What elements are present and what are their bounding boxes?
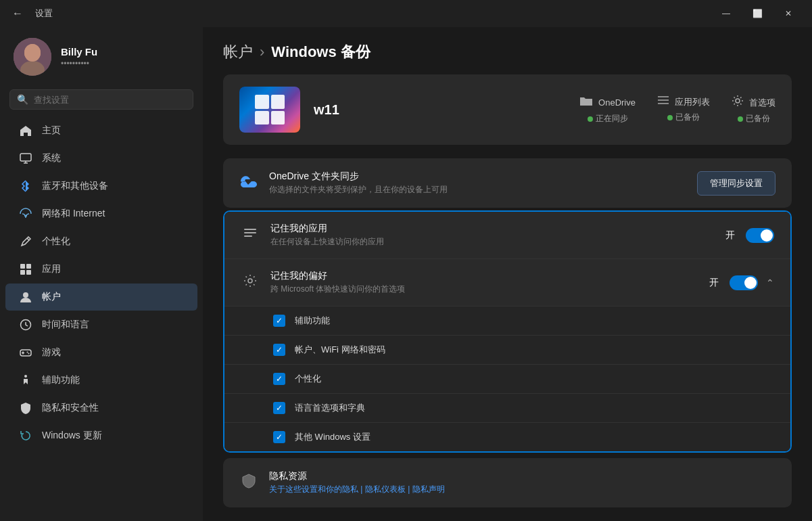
sidebar-item-gaming[interactable]: 游戏 bbox=[5, 339, 197, 366]
sidebar-item-accounts[interactable]: 帐户 bbox=[5, 284, 197, 311]
device-thumbnail bbox=[239, 87, 300, 133]
privacy-statement-link[interactable]: 隐私声明 bbox=[412, 484, 445, 494]
prefs-sub-item-other[interactable]: ✓ 其他 Windows 设置 bbox=[224, 422, 790, 451]
sidebar-item-system[interactable]: 系统 bbox=[5, 145, 197, 172]
checkbox-other[interactable]: ✓ bbox=[273, 431, 285, 443]
remember-apps-controls: 开 bbox=[725, 228, 774, 243]
sidebar-item-accessibility[interactable]: 辅助功能 bbox=[5, 367, 197, 394]
svg-rect-23 bbox=[244, 232, 256, 233]
privacy-dashboard-link[interactable]: 隐私仪表板 bbox=[365, 484, 406, 494]
device-card: w11 OneDrive 正在同步 应用列表 已备份 首选项 已备份 bbox=[223, 74, 792, 145]
sub-item-label-personalization: 个性化 bbox=[295, 373, 321, 385]
remember-prefs-text: 记住我的偏好 跨 Microsoft 体验快速访问你的首选项 bbox=[270, 270, 698, 295]
apps-icon bbox=[19, 263, 32, 276]
manage-sync-button[interactable]: 管理同步设置 bbox=[697, 171, 775, 196]
device-status-item-0: OneDrive 正在同步 bbox=[579, 95, 636, 124]
onedrive-text: OneDrive 文件夹同步 你选择的文件夹将受到保护，且在你的设备上可用 bbox=[269, 171, 686, 196]
user-info: Billy Fu •••••••••• bbox=[61, 46, 189, 68]
checkbox-personalization[interactable]: ✓ bbox=[273, 373, 285, 385]
remember-prefs-toggle[interactable] bbox=[730, 275, 758, 290]
avatar bbox=[14, 38, 51, 76]
remember-apps-icon bbox=[241, 227, 260, 244]
remember-apps-toggle-label: 开 bbox=[725, 229, 735, 242]
remember-prefs-row: 记住我的偏好 跨 Microsoft 体验快速访问你的首选项 开 ⌃ bbox=[224, 258, 790, 306]
update-icon bbox=[19, 429, 32, 443]
sidebar-item-label-apps: 应用 bbox=[42, 263, 61, 275]
svg-point-17 bbox=[24, 375, 27, 378]
device-status-dot-2 bbox=[738, 116, 743, 122]
gaming-icon bbox=[19, 346, 32, 359]
onedrive-section: OneDrive 文件夹同步 你选择的文件夹将受到保护，且在你的设备上可用 管理… bbox=[223, 158, 792, 208]
device-status-icon-1 bbox=[657, 95, 669, 109]
search-box[interactable]: 🔍 bbox=[9, 89, 193, 110]
remember-apps-toggle[interactable] bbox=[746, 228, 774, 243]
svg-point-3 bbox=[24, 44, 41, 62]
sidebar-item-update[interactable]: Windows 更新 bbox=[5, 422, 197, 449]
sub-item-label-account: 帐户、WiFi 网络和密码 bbox=[295, 344, 385, 356]
onedrive-icon bbox=[239, 175, 258, 191]
accessibility-icon bbox=[19, 373, 32, 387]
sidebar-item-label-accessibility: 辅助功能 bbox=[42, 374, 80, 386]
device-status-label-2: 首选项 bbox=[749, 97, 775, 109]
device-status-text-0: 正在同步 bbox=[596, 113, 628, 124]
remember-apps-desc: 在任何设备上快速访问你的应用 bbox=[270, 236, 715, 248]
sidebar-item-network[interactable]: 网络和 Internet bbox=[5, 200, 197, 227]
svg-point-15 bbox=[27, 352, 28, 353]
sidebar-item-home[interactable]: 主页 bbox=[5, 117, 197, 144]
sidebar-item-personalization[interactable]: 个性化 bbox=[5, 228, 197, 255]
svg-line-5 bbox=[27, 238, 29, 240]
svg-point-21 bbox=[736, 99, 740, 103]
privacy-text: 隐私资源 关于这些设置和你的隐私 | 隐私仪表板 | 隐私声明 bbox=[269, 470, 775, 495]
svg-point-16 bbox=[28, 353, 30, 355]
prefs-sub-item-accessibility[interactable]: ✓ 辅助功能 bbox=[224, 306, 790, 335]
device-status-text-2: 已备份 bbox=[746, 113, 770, 124]
minimize-button[interactable]: — bbox=[711, 0, 742, 27]
privacy-card: 隐私资源 关于这些设置和你的隐私 | 隐私仪表板 | 隐私声明 bbox=[223, 458, 792, 507]
back-button[interactable]: ← bbox=[8, 4, 27, 23]
device-name: w11 bbox=[314, 102, 339, 118]
sidebar-item-label-home: 主页 bbox=[42, 124, 61, 137]
sidebar-item-time[interactable]: 时间和语言 bbox=[5, 311, 197, 338]
sub-item-label-accessibility: 辅助功能 bbox=[295, 315, 330, 327]
prefs-sub-item-language[interactable]: ✓ 语言首选项和字典 bbox=[224, 393, 790, 422]
title-bar: ← 设置 — ⬜ ✕ bbox=[0, 0, 812, 27]
remember-prefs-desc: 跨 Microsoft 体验快速访问你的首选项 bbox=[270, 284, 698, 295]
svg-rect-9 bbox=[26, 270, 31, 275]
onedrive-title: OneDrive 文件夹同步 bbox=[269, 171, 686, 183]
sidebar-item-privacy[interactable]: 隐私和安全性 bbox=[5, 394, 197, 422]
checkbox-accessibility[interactable]: ✓ bbox=[273, 315, 285, 327]
search-input[interactable] bbox=[34, 95, 186, 105]
sidebar-item-label-privacy: 隐私和安全性 bbox=[42, 402, 99, 414]
sidebar-item-label-update: Windows 更新 bbox=[42, 430, 102, 442]
svg-point-10 bbox=[23, 292, 28, 298]
device-status-dot-0 bbox=[588, 116, 593, 122]
remember-apps-text: 记住我的应用 在任何设备上快速访问你的应用 bbox=[270, 223, 715, 248]
close-button[interactable]: ✕ bbox=[773, 0, 804, 27]
checkbox-language[interactable]: ✓ bbox=[273, 402, 285, 414]
prefs-sub-item-account[interactable]: ✓ 帐户、WiFi 网络和密码 bbox=[224, 335, 790, 364]
user-name: Billy Fu bbox=[61, 46, 189, 58]
device-status-label-1: 应用列表 bbox=[675, 96, 710, 108]
device-status-label-0: OneDrive bbox=[598, 97, 636, 108]
remember-apps-title: 记住我的应用 bbox=[270, 223, 715, 235]
device-status-status-0: 正在同步 bbox=[588, 113, 628, 124]
device-status-item-2: 首选项 已备份 bbox=[732, 95, 775, 124]
remember-prefs-icon bbox=[241, 274, 260, 291]
checkbox-account[interactable]: ✓ bbox=[273, 344, 285, 356]
svg-rect-24 bbox=[244, 235, 252, 237]
user-account-redacted: •••••••••• bbox=[61, 59, 189, 68]
svg-rect-4 bbox=[20, 154, 31, 161]
prefs-chevron-icon[interactable]: ⌃ bbox=[766, 277, 774, 288]
user-profile[interactable]: Billy Fu •••••••••• bbox=[0, 27, 203, 89]
device-status-dot-1 bbox=[667, 115, 673, 120]
svg-rect-22 bbox=[244, 229, 256, 230]
sidebar-item-bluetooth[interactable]: 蓝牙和其他设备 bbox=[5, 173, 197, 200]
sidebar-item-apps[interactable]: 应用 bbox=[5, 256, 197, 283]
sidebar-item-label-gaming: 游戏 bbox=[42, 346, 61, 359]
device-status-icon-0 bbox=[579, 95, 593, 110]
privacy-icon bbox=[239, 474, 258, 492]
sub-item-label-other: 其他 Windows 设置 bbox=[295, 431, 371, 443]
content-area: 帐户 › Windows 备份 w11 OneDrive 正在同步 bbox=[203, 27, 812, 521]
prefs-sub-item-personalization[interactable]: ✓ 个性化 bbox=[224, 364, 790, 393]
maximize-button[interactable]: ⬜ bbox=[742, 0, 773, 27]
